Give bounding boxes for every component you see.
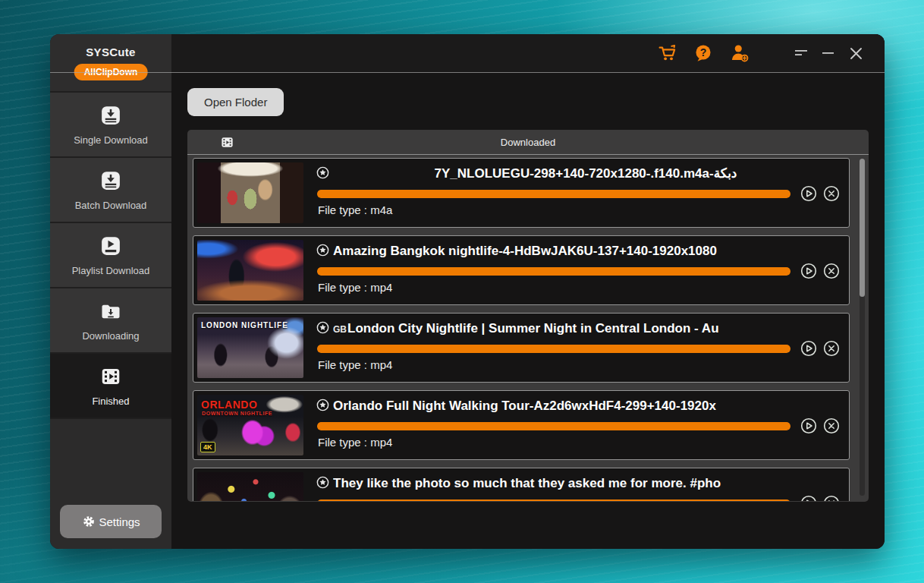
- thumbnail-subcaption: DOWNTOWN NIGHTLIFE: [202, 411, 272, 416]
- single-download-icon: [99, 104, 122, 130]
- topbar: ?: [171, 34, 885, 72]
- progress-bar: [317, 190, 790, 198]
- thumbnail-caption: ORLANDO: [201, 399, 300, 411]
- settings-button[interactable]: Settings: [60, 505, 162, 538]
- star-badge-icon: [316, 476, 329, 492]
- brand-badge: AllClipDown: [74, 64, 148, 80]
- star-badge-icon: [316, 166, 329, 182]
- thumbnail-caption: LONDON NIGHTLIFE: [201, 321, 300, 329]
- scrollbar-track[interactable]: [860, 159, 865, 496]
- progress-bar: [317, 422, 790, 430]
- sidebar-item-label: Playlist Download: [72, 265, 150, 276]
- video-title: Orlando Full Night Walking Tour-Az2d6wxH…: [333, 396, 838, 415]
- star-badge-icon: [316, 399, 329, 414]
- progress-bar: [317, 345, 790, 353]
- playlist-download-icon: [99, 235, 122, 260]
- settings-button-label: Settings: [99, 515, 140, 528]
- file-type-label: File type : mp4: [318, 436, 392, 449]
- video-title: GBLondon City Nightlife | Summer Night i…: [333, 319, 838, 338]
- star-badge-icon: [316, 244, 329, 260]
- list-title: Downloaded: [187, 137, 869, 148]
- sidebar-header: SYSCute AllClipDown: [50, 34, 171, 93]
- play-button[interactable]: [800, 340, 817, 357]
- batch-download-icon: [99, 169, 122, 195]
- download-item[interactable]: They like the photo so much that they as…: [193, 468, 850, 501]
- file-type-label: File type : m4a: [318, 203, 392, 216]
- play-button[interactable]: [800, 263, 817, 279]
- remove-button[interactable]: [823, 263, 840, 279]
- gear-icon: [81, 514, 96, 529]
- country-flag: GB: [333, 324, 347, 335]
- progress-bar: [317, 267, 790, 276]
- sidebar-item-single-download[interactable]: Single Download: [50, 93, 171, 158]
- svg-text:?: ?: [700, 46, 707, 58]
- download-item[interactable]: Amazing Bangkok nightlife-4-HdBwJAK6U-13…: [193, 235, 850, 305]
- finished-icon: [99, 365, 122, 391]
- sidebar: SYSCute AllClipDown Single Download Batc…: [50, 34, 171, 549]
- sidebar-item-batch-download[interactable]: Batch Download: [50, 158, 171, 223]
- remove-button[interactable]: [823, 340, 840, 357]
- add-user-icon[interactable]: [728, 42, 751, 65]
- video-thumbnail: [197, 240, 303, 301]
- file-type-label: File type : mp4: [318, 281, 392, 294]
- remove-button[interactable]: [823, 495, 840, 501]
- play-button[interactable]: [800, 495, 817, 501]
- film-icon: [220, 135, 234, 153]
- menu-icon[interactable]: [792, 44, 810, 62]
- file-type-label: File type : mp4: [318, 358, 392, 371]
- sidebar-item-label: Downloading: [82, 330, 139, 342]
- scrollbar-thumb[interactable]: [860, 159, 865, 297]
- download-list-rows: 7Y_NLOLUEGU-298+140-720x1280-.f140.m4a-د…: [187, 155, 869, 501]
- progress-fill: [317, 422, 790, 430]
- cart-icon[interactable]: [655, 42, 678, 65]
- play-button[interactable]: [800, 185, 817, 202]
- sidebar-item-label: Finished: [92, 395, 129, 407]
- progress-fill: [317, 190, 790, 198]
- play-button[interactable]: [800, 418, 817, 434]
- sidebar-item-label: Single Download: [74, 134, 148, 146]
- download-list-panel: Downloaded 7Y_NLOLUEGU-298+140-720x1280-…: [187, 130, 869, 502]
- video-title: 7Y_NLOLUEGU-298+140-720x1280-.f140.m4a-د…: [333, 164, 838, 183]
- download-item[interactable]: ORLANDODOWNTOWN NIGHTLIFE4K Orlando Full…: [193, 390, 850, 460]
- app-title: SYSCute: [50, 34, 171, 58]
- sidebar-item-downloading[interactable]: Downloading: [50, 288, 171, 354]
- progress-fill: [317, 499, 790, 501]
- progress-bar: [317, 499, 790, 501]
- video-thumbnail: ORLANDODOWNTOWN NIGHTLIFE4K: [197, 395, 303, 455]
- sidebar-footer: Settings: [50, 419, 171, 549]
- remove-button[interactable]: [823, 418, 840, 434]
- main-area: ? Open Floder Downloaded: [171, 34, 885, 549]
- download-item[interactable]: 7Y_NLOLUEGU-298+140-720x1280-.f140.m4a-د…: [193, 158, 850, 228]
- sidebar-item-label: Batch Download: [75, 200, 147, 211]
- progress-fill: [317, 267, 790, 276]
- video-thumbnail: LONDON NIGHTLIFE: [197, 317, 303, 378]
- open-folder-button[interactable]: Open Floder: [187, 88, 284, 116]
- video-thumbnail: [197, 472, 303, 501]
- sidebar-item-finished[interactable]: Finished: [50, 354, 171, 419]
- download-item[interactable]: LONDON NIGHTLIFE GBLondon City Nightlife…: [193, 313, 850, 383]
- progress-fill: [317, 345, 790, 353]
- app-window: SYSCute AllClipDown Single Download Batc…: [50, 34, 885, 549]
- close-icon[interactable]: [847, 44, 865, 62]
- downloading-icon: [99, 300, 122, 326]
- minimize-icon[interactable]: [819, 44, 838, 62]
- quality-badge: 4K: [200, 442, 215, 452]
- download-list-header: Downloaded: [187, 130, 869, 155]
- video-thumbnail: [197, 162, 303, 223]
- star-badge-icon: [316, 321, 329, 337]
- sidebar-item-playlist-download[interactable]: Playlist Download: [50, 223, 171, 288]
- help-icon[interactable]: ?: [692, 42, 715, 65]
- video-title: They like the photo so much that they as…: [333, 474, 838, 493]
- remove-button[interactable]: [823, 185, 840, 202]
- video-title: Amazing Bangkok nightlife-4-HdBwJAK6U-13…: [333, 241, 838, 260]
